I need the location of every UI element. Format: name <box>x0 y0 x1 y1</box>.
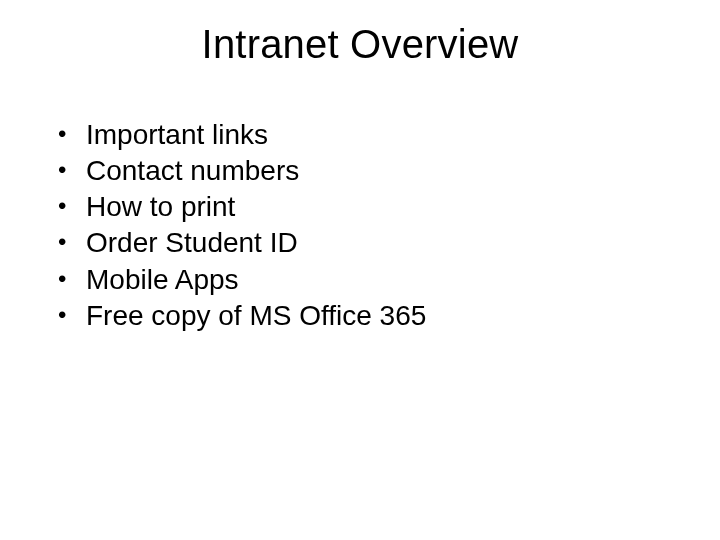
slide-body: Important links Contact numbers How to p… <box>58 118 662 335</box>
bullet-list: Important links Contact numbers How to p… <box>58 118 662 333</box>
list-item: Important links <box>58 118 662 152</box>
list-item: How to print <box>58 190 662 224</box>
list-item: Order Student ID <box>58 226 662 260</box>
list-item: Free copy of MS Office 365 <box>58 299 662 333</box>
slide-title: Intranet Overview <box>0 22 720 67</box>
slide: Intranet Overview Important links Contac… <box>0 0 720 540</box>
list-item: Contact numbers <box>58 154 662 188</box>
list-item: Mobile Apps <box>58 263 662 297</box>
